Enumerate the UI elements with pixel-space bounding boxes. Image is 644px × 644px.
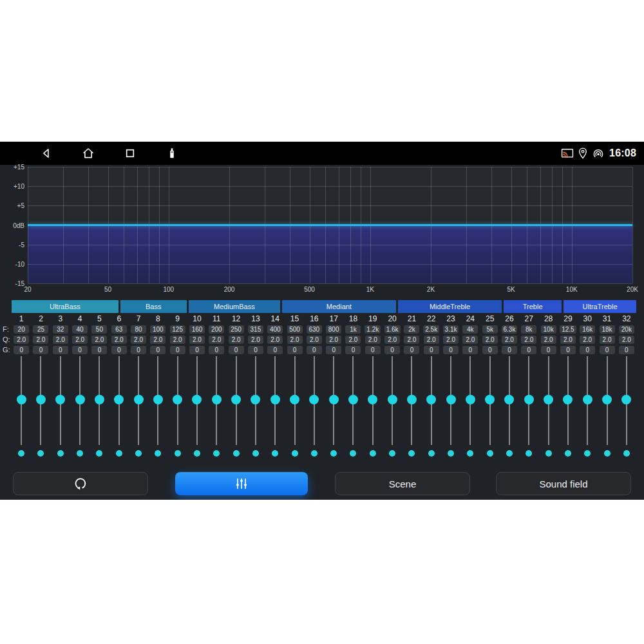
- frequency-value[interactable]: 40: [72, 325, 88, 334]
- band-segment[interactable]: UltraTreble: [564, 300, 636, 313]
- frequency-value[interactable]: 100: [150, 325, 166, 334]
- q-value[interactable]: 2.0: [14, 336, 29, 344]
- gain-slider[interactable]: [70, 355, 90, 446]
- gain-value[interactable]: 0: [111, 346, 127, 354]
- frequency-value[interactable]: 12.5: [560, 325, 576, 334]
- frequency-value[interactable]: 18k: [600, 325, 615, 334]
- gain-slider[interactable]: [363, 355, 383, 446]
- slider-knob[interactable]: [251, 395, 260, 404]
- slider-knob[interactable]: [75, 395, 85, 404]
- gain-value[interactable]: 0: [287, 346, 303, 354]
- gain-value[interactable]: 0: [541, 346, 556, 354]
- frequency-value[interactable]: 6.3k: [502, 325, 518, 334]
- slider-knob[interactable]: [504, 395, 514, 404]
- slider-knob[interactable]: [348, 395, 358, 404]
- frequency-value[interactable]: 20: [14, 325, 29, 334]
- slider-knob[interactable]: [583, 395, 592, 404]
- gain-value[interactable]: 0: [189, 346, 205, 354]
- gain-slider[interactable]: [90, 355, 109, 446]
- frequency-value[interactable]: 10k: [541, 325, 556, 334]
- gain-value[interactable]: 0: [307, 346, 322, 354]
- gain-slider[interactable]: [558, 355, 578, 446]
- gain-value[interactable]: 0: [580, 346, 595, 354]
- frequency-value[interactable]: 3.1k: [443, 325, 459, 334]
- slider-knob[interactable]: [134, 395, 144, 404]
- slider-knob[interactable]: [55, 395, 65, 404]
- slider-knob[interactable]: [114, 395, 124, 404]
- q-value[interactable]: 2.0: [111, 336, 127, 344]
- gain-slider[interactable]: [109, 355, 129, 446]
- gain-value[interactable]: 0: [267, 346, 283, 354]
- q-value[interactable]: 2.0: [424, 336, 439, 344]
- frequency-value[interactable]: 2k: [404, 325, 419, 334]
- frequency-value[interactable]: 160: [189, 325, 205, 334]
- q-value[interactable]: 2.0: [404, 336, 419, 344]
- reset-button[interactable]: [13, 472, 148, 495]
- q-value[interactable]: 2.0: [619, 336, 634, 344]
- gain-slider[interactable]: [441, 355, 460, 446]
- slider-knob[interactable]: [368, 395, 377, 404]
- q-value[interactable]: 2.0: [33, 336, 48, 344]
- q-value[interactable]: 2.0: [307, 336, 322, 344]
- gain-slider[interactable]: [148, 355, 167, 446]
- q-value[interactable]: 2.0: [541, 336, 556, 344]
- slider-knob[interactable]: [563, 395, 573, 404]
- slider-knob[interactable]: [466, 395, 475, 404]
- gain-value[interactable]: 0: [384, 346, 400, 354]
- gain-slider[interactable]: [129, 355, 148, 446]
- slider-knob[interactable]: [309, 395, 319, 404]
- gain-value[interactable]: 0: [619, 346, 634, 354]
- gain-value[interactable]: 0: [72, 346, 88, 354]
- q-value[interactable]: 2.0: [209, 336, 224, 344]
- gain-slider[interactable]: [265, 355, 285, 446]
- gain-slider[interactable]: [226, 355, 245, 446]
- home-icon[interactable]: [81, 146, 95, 160]
- band-segment[interactable]: UltraBass: [12, 300, 118, 313]
- gain-slider[interactable]: [460, 355, 480, 446]
- gain-value[interactable]: 0: [150, 346, 166, 354]
- gain-slider[interactable]: [207, 355, 226, 446]
- band-segment[interactable]: MiddleTreble: [398, 300, 502, 313]
- gain-slider[interactable]: [324, 355, 343, 446]
- gain-slider[interactable]: [422, 355, 441, 446]
- frequency-value[interactable]: 1.2k: [365, 325, 381, 334]
- q-value[interactable]: 2.0: [287, 336, 303, 344]
- frequency-value[interactable]: 315: [248, 325, 263, 334]
- gain-value[interactable]: 0: [209, 346, 224, 354]
- frequency-value[interactable]: 20k: [619, 325, 634, 334]
- gain-slider[interactable]: [383, 355, 402, 446]
- q-value[interactable]: 2.0: [443, 336, 459, 344]
- slider-knob[interactable]: [36, 395, 46, 404]
- back-icon[interactable]: [39, 146, 53, 160]
- gain-slider[interactable]: [187, 355, 207, 446]
- frequency-value[interactable]: 800: [326, 325, 341, 334]
- slider-knob[interactable]: [407, 395, 417, 404]
- gain-value[interactable]: 0: [326, 346, 341, 354]
- gain-value[interactable]: 0: [560, 346, 576, 354]
- gain-value[interactable]: 0: [521, 346, 536, 354]
- gain-slider[interactable]: [168, 355, 187, 446]
- frequency-value[interactable]: 4k: [462, 325, 478, 334]
- gain-value[interactable]: 0: [131, 346, 146, 354]
- slider-knob[interactable]: [17, 395, 26, 404]
- frequency-value[interactable]: 125: [170, 325, 185, 334]
- q-value[interactable]: 2.0: [384, 336, 400, 344]
- gain-value[interactable]: 0: [33, 346, 48, 354]
- slider-knob[interactable]: [95, 395, 104, 404]
- gain-slider[interactable]: [578, 355, 597, 446]
- frequency-value[interactable]: 400: [267, 325, 283, 334]
- slider-knob[interactable]: [621, 395, 631, 404]
- gain-slider[interactable]: [538, 355, 558, 446]
- frequency-value[interactable]: 250: [229, 325, 244, 334]
- equalizer-button[interactable]: [175, 472, 308, 495]
- gain-slider[interactable]: [617, 355, 636, 446]
- gain-value[interactable]: 0: [170, 346, 185, 354]
- slider-knob[interactable]: [192, 395, 202, 404]
- q-value[interactable]: 2.0: [150, 336, 166, 344]
- frequency-value[interactable]: 8k: [521, 325, 536, 334]
- frequency-value[interactable]: 5k: [482, 325, 498, 334]
- q-value[interactable]: 2.0: [580, 336, 595, 344]
- q-value[interactable]: 2.0: [560, 336, 576, 344]
- slider-knob[interactable]: [329, 395, 339, 404]
- frequency-value[interactable]: 2.5k: [423, 325, 439, 334]
